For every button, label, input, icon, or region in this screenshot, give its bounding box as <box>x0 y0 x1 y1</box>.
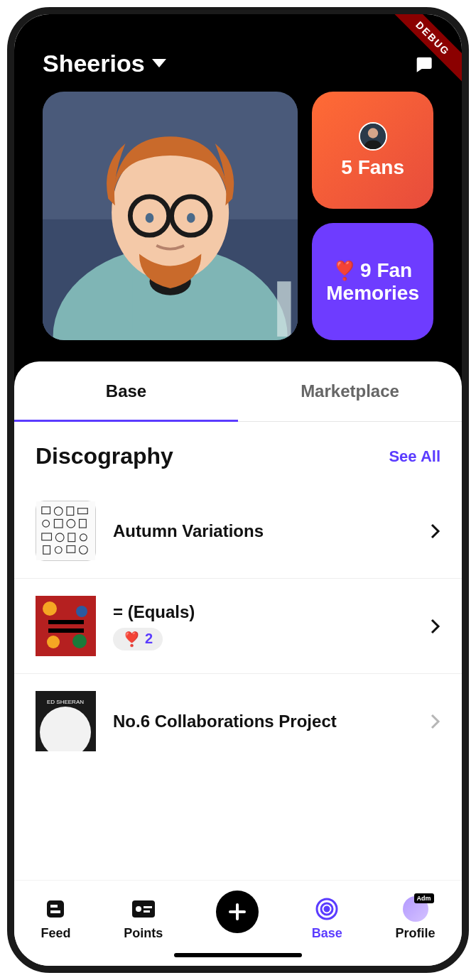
chevron-right-icon <box>431 714 440 729</box>
nav-label: Profile <box>396 926 436 941</box>
artist-photo[interactable] <box>43 92 298 340</box>
nav-feed[interactable]: Feed <box>40 896 70 941</box>
svg-rect-14 <box>36 501 95 560</box>
svg-point-35 <box>72 634 87 648</box>
album-title: Autumn Variations <box>113 521 431 541</box>
fans-card[interactable]: 5 Fans <box>312 92 433 209</box>
profile-avatar: Adm <box>403 896 428 922</box>
fan-avatar <box>359 122 387 151</box>
home-indicator[interactable] <box>174 953 302 957</box>
points-icon <box>131 896 156 922</box>
plus-icon <box>227 902 247 922</box>
chevron-right-icon <box>431 619 440 634</box>
album-info: Autumn Variations <box>113 521 431 541</box>
svg-rect-37 <box>48 628 84 633</box>
pin-heart-icon: ❣️ <box>123 631 141 648</box>
album-art <box>36 596 96 656</box>
album-row[interactable]: Autumn Variations <box>14 484 462 579</box>
svg-text:ED SHEERAN: ED SHEERAN <box>47 699 84 705</box>
admin-badge: Adm <box>414 893 434 903</box>
album-info: No.6 Collaborations Project <box>113 712 431 731</box>
chevron-down-icon <box>152 59 166 69</box>
chevron-right-icon <box>431 523 440 539</box>
svg-point-52 <box>325 907 329 911</box>
nav-points[interactable]: Points <box>124 896 163 941</box>
discography-list: Autumn Variations = (Equals) ❣️ 2 <box>14 484 462 880</box>
album-art: ED SHEERAN <box>36 691 96 751</box>
memories-card[interactable]: ❣️9 Fan Memories <box>312 223 433 340</box>
hero-row: 5 Fans ❣️9 Fan Memories <box>14 92 462 361</box>
svg-rect-42 <box>50 905 58 908</box>
album-art <box>36 501 96 561</box>
svg-point-33 <box>76 606 87 617</box>
svg-point-34 <box>47 636 60 648</box>
discography-header: Discography See All <box>14 422 462 484</box>
profile-icon: Adm <box>403 896 428 922</box>
svg-rect-43 <box>50 910 60 913</box>
tab-marketplace[interactable]: Marketplace <box>238 361 462 421</box>
album-info: = (Equals) ❣️ 2 <box>113 602 431 650</box>
svg-rect-46 <box>144 906 152 908</box>
svg-point-32 <box>43 601 57 616</box>
chat-icon[interactable] <box>413 54 433 74</box>
pin-count: 2 <box>145 631 153 647</box>
content-panel: Base Marketplace Discography See All Aut… <box>14 361 462 966</box>
album-row[interactable]: ED SHEERAN No.6 Collaborations Project <box>14 674 462 768</box>
nav-add-button[interactable] <box>216 891 259 933</box>
svg-point-10 <box>187 213 195 223</box>
pin-heart-icon: ❣️ <box>333 260 356 281</box>
tab-base[interactable]: Base <box>14 361 238 421</box>
tabs: Base Marketplace <box>14 361 462 422</box>
svg-point-45 <box>136 906 141 912</box>
feed-icon <box>43 896 68 922</box>
nav-label: Points <box>124 926 163 941</box>
nav-base[interactable]: Base <box>312 896 342 941</box>
album-row[interactable]: = (Equals) ❣️ 2 <box>14 579 462 674</box>
svg-rect-41 <box>47 900 64 918</box>
nav-profile[interactable]: Adm Profile <box>396 896 436 941</box>
community-title: Sheerios <box>43 50 145 77</box>
fans-label: 5 Fans <box>341 156 404 179</box>
nav-label: Base <box>312 926 342 941</box>
phone-frame: DEBUG Sheerios <box>7 7 469 973</box>
section-title: Discography <box>36 443 173 469</box>
memories-label: ❣️9 Fan Memories <box>326 259 419 305</box>
svg-rect-47 <box>144 910 150 913</box>
album-title: = (Equals) <box>113 602 431 622</box>
nav-label: Feed <box>40 926 70 941</box>
base-icon <box>314 896 340 922</box>
album-title: No.6 Collaborations Project <box>113 712 431 731</box>
screen: Sheerios <box>14 14 462 966</box>
svg-rect-36 <box>48 620 84 624</box>
pin-badge: ❣️ 2 <box>113 628 163 650</box>
svg-rect-11 <box>277 281 291 337</box>
svg-point-9 <box>146 213 154 223</box>
stats-cards: 5 Fans ❣️9 Fan Memories <box>312 92 433 340</box>
artist-illustration <box>43 92 298 340</box>
see-all-link[interactable]: See All <box>389 447 440 466</box>
header: Sheerios <box>14 14 462 92</box>
svg-rect-44 <box>132 900 155 918</box>
svg-point-13 <box>367 128 377 138</box>
community-selector[interactable]: Sheerios <box>43 50 166 77</box>
